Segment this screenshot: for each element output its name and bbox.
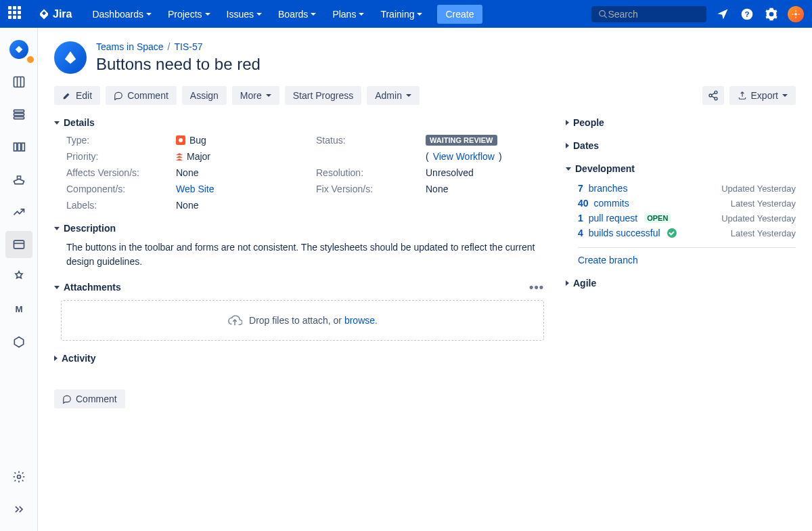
- chevron-right-icon: [566, 143, 569, 148]
- browse-link[interactable]: browse: [344, 315, 375, 326]
- details-header[interactable]: Details: [54, 117, 544, 128]
- component-label: Component/s:: [66, 184, 154, 194]
- notifications-icon[interactable]: [715, 6, 731, 22]
- chevron-down-icon: [205, 13, 210, 16]
- sidebar-addon-icon[interactable]: [5, 263, 32, 291]
- sidebar-collapse-icon[interactable]: [5, 496, 32, 523]
- dates-header[interactable]: Dates: [566, 140, 796, 151]
- people-header[interactable]: People: [566, 117, 796, 128]
- chevron-down-icon: [311, 13, 316, 16]
- svg-rect-13: [22, 143, 24, 151]
- left-sidebar: M: [0, 28, 38, 531]
- comment-button-bottom[interactable]: Comment: [54, 389, 125, 408]
- dates-section: Dates: [566, 140, 796, 151]
- more-button[interactable]: More: [232, 86, 279, 105]
- share-icon: [708, 90, 719, 101]
- dev-pull-row[interactable]: 1 pull requestOPEN Updated Yesterday: [578, 211, 796, 226]
- chevron-down-icon: [359, 13, 364, 16]
- description-text: The buttons in the toolbar and forms are…: [54, 240, 544, 269]
- development-section: Development 7 branches Updated Yesterday…: [566, 163, 796, 266]
- svg-rect-12: [18, 143, 20, 151]
- priority-label: Priority:: [66, 151, 154, 162]
- priority-major-icon: [176, 153, 183, 161]
- issue-title: Buttons need to be red: [96, 55, 261, 74]
- labels-label: Labels:: [66, 200, 154, 211]
- settings-icon[interactable]: [763, 6, 780, 22]
- jira-logo[interactable]: Jira: [38, 8, 72, 20]
- svg-rect-8: [14, 110, 24, 112]
- breadcrumb-issue-key[interactable]: TIS-57: [175, 41, 203, 52]
- nav-projects[interactable]: Projects: [161, 5, 217, 24]
- sidebar-m-icon[interactable]: M: [5, 296, 32, 323]
- nav-training[interactable]: Training: [374, 5, 429, 24]
- nav-boards[interactable]: Boards: [271, 5, 323, 24]
- help-icon[interactable]: ?: [739, 6, 755, 22]
- comment-icon: [114, 91, 123, 100]
- component-value: Web Site: [176, 184, 294, 194]
- people-section: People: [566, 117, 796, 128]
- activity-header[interactable]: Activity: [54, 353, 544, 364]
- share-button[interactable]: [702, 86, 724, 105]
- export-icon: [738, 91, 747, 100]
- sidebar-issues-icon[interactable]: [5, 231, 32, 258]
- chevron-down-icon: [266, 94, 271, 97]
- sidebar-backlog-icon[interactable]: [5, 101, 32, 128]
- svg-marker-17: [14, 337, 23, 347]
- svg-rect-9: [14, 113, 24, 115]
- attachments-dropzone[interactable]: Drop files to attach, or browse.: [61, 300, 544, 341]
- svg-line-23: [711, 96, 715, 98]
- agile-header[interactable]: Agile: [566, 278, 796, 289]
- sidebar-columns-icon[interactable]: [5, 133, 32, 161]
- top-navbar: Jira Dashboards Projects Issues Boards P…: [0, 0, 812, 28]
- bug-icon: [176, 135, 185, 145]
- view-workflow: (View Workflow): [426, 151, 544, 162]
- activity-section: Activity: [54, 353, 544, 364]
- chevron-down-icon: [256, 13, 262, 16]
- create-branch-link[interactable]: Create branch: [578, 255, 796, 266]
- nav-issues[interactable]: Issues: [220, 5, 269, 24]
- description-header[interactable]: Description: [54, 223, 544, 234]
- breadcrumb-project[interactable]: Teams in Space: [96, 41, 164, 52]
- svg-line-22: [711, 93, 715, 95]
- attachments-more-icon[interactable]: •••: [529, 281, 544, 293]
- create-button[interactable]: Create: [437, 5, 482, 24]
- sidebar-settings-icon[interactable]: [5, 463, 32, 490]
- development-header[interactable]: Development: [566, 163, 796, 174]
- edit-button[interactable]: Edit: [54, 86, 100, 105]
- user-avatar[interactable]: [788, 6, 804, 22]
- svg-rect-11: [14, 143, 16, 151]
- sidebar-reports-icon[interactable]: [5, 198, 32, 226]
- breadcrumb: Teams in Space / TIS-57: [96, 41, 261, 52]
- comment-icon: [62, 394, 72, 404]
- export-button[interactable]: Export: [729, 86, 796, 105]
- resolution-value: Unresolved: [426, 167, 544, 178]
- resolution-label: Resolution:: [316, 167, 404, 178]
- component-link[interactable]: Web Site: [176, 184, 215, 194]
- svg-text:?: ?: [744, 9, 749, 18]
- search-box[interactable]: [591, 6, 706, 22]
- sidebar-project[interactable]: [5, 36, 32, 63]
- comment-button[interactable]: Comment: [106, 86, 177, 105]
- upload-cloud-icon: [227, 313, 242, 328]
- search-input[interactable]: [608, 9, 700, 20]
- start-progress-button[interactable]: Start Progress: [285, 86, 361, 105]
- assign-button[interactable]: Assign: [182, 86, 227, 105]
- sidebar-board-icon[interactable]: [5, 68, 32, 95]
- admin-button[interactable]: Admin: [367, 86, 420, 105]
- sidebar-hex-icon[interactable]: [5, 328, 32, 356]
- svg-text:M: M: [15, 304, 22, 314]
- attachments-header[interactable]: Attachments •••: [54, 281, 544, 293]
- dev-branches-row[interactable]: 7 branches Updated Yesterday: [578, 181, 796, 196]
- svg-line-1: [604, 15, 607, 18]
- sidebar-ship-icon[interactable]: [5, 166, 32, 193]
- dev-commits-row[interactable]: 40 commits Latest Yesterday: [578, 196, 796, 211]
- nav-dashboards[interactable]: Dashboards: [85, 5, 158, 24]
- dev-builds-row[interactable]: 4 builds successful Latest Yesterday: [578, 226, 796, 240]
- chevron-down-icon: [782, 94, 788, 97]
- pencil-icon: [62, 91, 72, 100]
- view-workflow-link[interactable]: View Workflow: [433, 151, 495, 162]
- labels-value: None: [176, 200, 294, 211]
- nav-plans[interactable]: Plans: [325, 5, 371, 24]
- chevron-right-icon: [566, 280, 569, 286]
- app-switcher-icon[interactable]: [8, 6, 24, 22]
